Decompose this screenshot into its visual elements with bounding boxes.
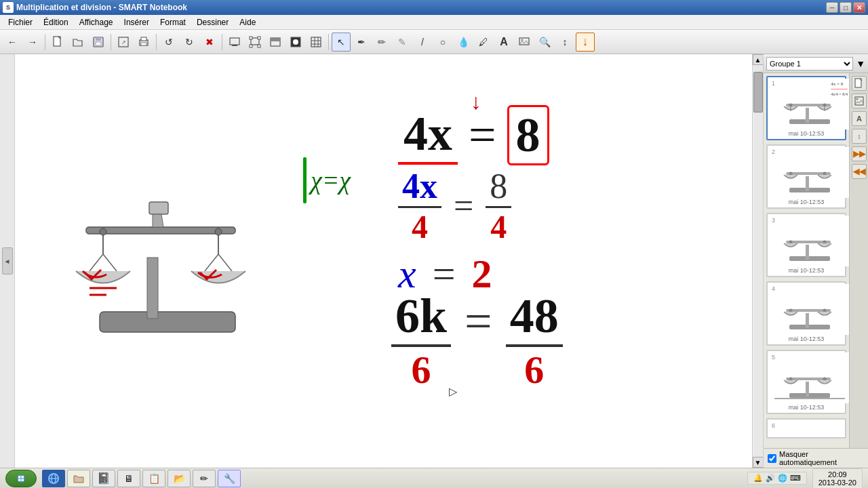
export-button[interactable]: ↗ [114, 33, 133, 52]
ie-button[interactable] [42, 470, 65, 487]
svg-line-37 [218, 254, 232, 271]
svg-point-71 [856, 98, 859, 100]
svg-rect-75 [18, 479, 21, 481]
open-button[interactable] [68, 33, 87, 52]
thumb-scale-5 [776, 358, 844, 399]
spotlight-button[interactable] [286, 33, 305, 52]
thumbnail-img-1: 1 [769, 79, 849, 129]
thumb-number-4: 4 [772, 285, 775, 292]
svg-point-63 [823, 308, 827, 312]
zoom-tool[interactable]: 🔍 [535, 33, 554, 52]
screen-shade-button[interactable] [266, 33, 285, 52]
back-button[interactable]: ← [3, 33, 22, 52]
start-button[interactable] [5, 470, 37, 487]
left-collapse-panel: ◄ [0, 54, 15, 468]
fullscreen-button[interactable] [245, 33, 264, 52]
thumbnail-2[interactable]: 2 mai 10-12:53 [766, 144, 846, 209]
sep2 [111, 34, 111, 50]
close-button[interactable]: ✕ [853, 2, 865, 13]
masquer-checkbox[interactable] [768, 454, 776, 463]
print-button[interactable] [134, 33, 153, 52]
page-icon-button[interactable] [852, 76, 867, 91]
computer-button[interactable]: 🖥 [117, 470, 140, 487]
fill-tool[interactable]: 💧 [454, 33, 473, 52]
scroll-tool[interactable]: ↕ [555, 33, 574, 52]
svg-rect-49 [789, 188, 830, 192]
delete-button[interactable]: ✖ [200, 33, 219, 52]
save-button[interactable] [89, 33, 108, 52]
forward-button[interactable]: → [23, 33, 42, 52]
nav-next-icon-button[interactable]: ▶▶ [852, 146, 867, 161]
shape-tool[interactable]: ○ [433, 33, 452, 52]
menu-aide[interactable]: Aide [234, 16, 261, 28]
clipboard-button[interactable]: 📋 [142, 470, 165, 487]
explorer-button[interactable] [67, 470, 90, 487]
svg-line-36 [205, 254, 218, 271]
scroll-down-button[interactable]: ▼ [753, 457, 764, 468]
smart-button[interactable]: 🔧 [218, 470, 241, 487]
thumbnail-5[interactable]: 5 [766, 350, 846, 414]
line-tool[interactable]: / [413, 33, 432, 52]
marker-tool[interactable]: ✏ [372, 33, 391, 52]
x-equals-x: χ=χ [303, 157, 351, 203]
folder-button[interactable]: 📂 [167, 470, 191, 487]
scroll-icon-button[interactable]: ↕ [852, 129, 867, 144]
text-icon-button[interactable]: A [852, 111, 867, 126]
svg-rect-43 [806, 108, 809, 123]
media-tool[interactable] [515, 33, 534, 52]
svg-rect-17 [271, 38, 280, 41]
app-icon: S [3, 2, 14, 13]
screen-capture-button[interactable] [225, 33, 244, 52]
redo-button[interactable]: ↻ [180, 33, 199, 52]
group-selector[interactable]: Groupe 1 [766, 57, 853, 70]
thumb-label-2: mai 10-12:53 [769, 198, 844, 206]
menu-inserer[interactable]: Insérer [119, 16, 155, 28]
svg-rect-27 [100, 312, 235, 332]
svg-rect-15 [258, 45, 260, 47]
menu-affichage[interactable]: Affichage [74, 16, 119, 28]
tray-icon-3: 🌐 [778, 474, 787, 483]
clock: 20:09 2013-03-20 [812, 468, 863, 489]
menu-fichier[interactable]: Fichier [3, 16, 38, 28]
new-button[interactable] [48, 33, 67, 52]
notebook-button[interactable]: 📓 [92, 470, 115, 487]
pen2-tool[interactable]: 🖊 [474, 33, 493, 52]
vertical-scrollbar[interactable]: ▲ ▼ [752, 54, 763, 468]
canvas-content: ↓ [15, 54, 752, 468]
minimize-button[interactable]: ─ [826, 2, 838, 13]
group-dropdown-arrow[interactable]: ▼ [856, 58, 865, 69]
svg-rect-65 [806, 382, 809, 396]
thumb-number-5: 5 [772, 354, 775, 361]
thumbnail-img-3: 3 [769, 216, 849, 266]
svg-rect-74 [22, 476, 24, 479]
thumb-label-4: mai 10-12:53 [769, 335, 844, 343]
maximize-button[interactable]: □ [840, 2, 852, 13]
menu-format[interactable]: Format [155, 16, 191, 28]
nav-arrow-tool[interactable]: ↓ [576, 33, 595, 52]
svg-rect-54 [789, 256, 830, 261]
svg-rect-3 [96, 42, 101, 45]
thumb-label-5: mai 10-12:53 [769, 403, 844, 411]
table-button[interactable] [307, 33, 326, 52]
scroll-up-button[interactable]: ▲ [753, 54, 764, 65]
nav-back-icon-button[interactable]: ◀◀ [852, 164, 867, 179]
select-tool[interactable]: ↖ [332, 33, 351, 52]
pen-tool[interactable]: ✒ [352, 33, 371, 52]
scroll-track[interactable] [753, 65, 763, 457]
eraser-tool[interactable]: ✎ [393, 33, 412, 52]
svg-point-58 [823, 240, 827, 243]
thumbnail-3[interactable]: 3 mai 10-12:53 [766, 213, 846, 277]
collapse-button[interactable]: ◄ [2, 247, 13, 274]
undo-button[interactable]: ↺ [159, 33, 178, 52]
thumbnail-1[interactable]: 1 [766, 76, 846, 140]
thumbnail-6[interactable]: 6 [766, 418, 846, 439]
scroll-thumb[interactable] [753, 72, 763, 113]
thumbnail-4[interactable]: 4 mai 10-12:53 [766, 281, 846, 346]
menu-edition[interactable]: Édition [38, 16, 74, 28]
edit-button[interactable]: ✏ [193, 470, 216, 487]
svg-rect-69 [855, 79, 861, 87]
text-tool[interactable]: A [494, 33, 513, 52]
menu-dessiner[interactable]: Dessiner [191, 16, 234, 28]
canvas-area[interactable]: ↓ [15, 54, 752, 468]
image-icon-button[interactable] [852, 94, 867, 108]
